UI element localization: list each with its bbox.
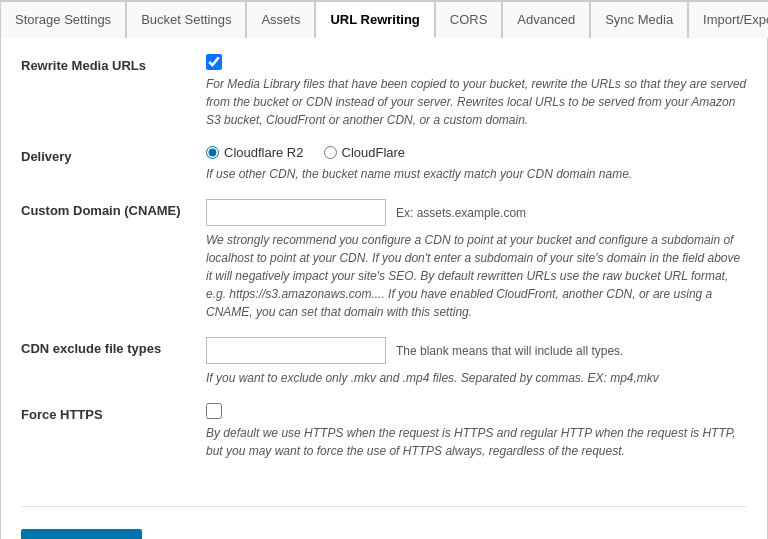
- tab-import-export[interactable]: Import/Export settings: [688, 1, 768, 38]
- force-https-label: Force HTTPS: [21, 403, 206, 422]
- force-https-content: By default we use HTTPS when the request…: [206, 403, 747, 460]
- cdn-exclude-row: CDN exclude file types The blank means t…: [21, 337, 747, 387]
- tab-cors[interactable]: CORS: [435, 1, 503, 38]
- cdn-exclude-description: If you want to exclude only .mkv and .mp…: [206, 369, 747, 387]
- delivery-radio-cloudflare-r2[interactable]: [206, 146, 219, 159]
- custom-domain-content: Ex: assets.example.com We strongly recom…: [206, 199, 747, 321]
- cdn-exclude-label: CDN exclude file types: [21, 337, 206, 356]
- force-https-checkbox[interactable]: [206, 403, 222, 419]
- cdn-exclude-input[interactable]: [206, 337, 386, 364]
- save-changes-button[interactable]: Save Changes: [21, 529, 142, 539]
- footer: Save Changes: [1, 492, 767, 539]
- tab-storage-settings[interactable]: Storage Settings: [1, 1, 126, 38]
- delivery-option-cloudflare-r2-label: Cloudflare R2: [224, 145, 304, 160]
- tab-advanced[interactable]: Advanced: [502, 1, 590, 38]
- force-https-checkbox-wrapper: [206, 403, 747, 419]
- delivery-description: If use other CDN, the bucket name must e…: [206, 165, 747, 183]
- force-https-row: Force HTTPS By default we use HTTPS when…: [21, 403, 747, 460]
- rewrite-media-urls-checkbox-wrapper: [206, 54, 747, 70]
- delivery-option-cloudflare-label: CloudFlare: [342, 145, 406, 160]
- cdn-exclude-content: The blank means that will include all ty…: [206, 337, 747, 387]
- settings-panel: Storage Settings Bucket Settings Assets …: [0, 0, 768, 539]
- custom-domain-input-row: Ex: assets.example.com: [206, 199, 747, 226]
- rewrite-media-urls-row: Rewrite Media URLs For Media Library fil…: [21, 54, 747, 129]
- rewrite-media-urls-label: Rewrite Media URLs: [21, 54, 206, 73]
- delivery-radio-group: Cloudflare R2 CloudFlare: [206, 145, 747, 160]
- delivery-content: Cloudflare R2 CloudFlare If use other CD…: [206, 145, 747, 183]
- rewrite-media-urls-checkbox[interactable]: [206, 54, 222, 70]
- force-https-description: By default we use HTTPS when the request…: [206, 424, 747, 460]
- rewrite-media-urls-content: For Media Library files that have been c…: [206, 54, 747, 129]
- tab-bucket-settings[interactable]: Bucket Settings: [126, 1, 246, 38]
- tab-content: Rewrite Media URLs For Media Library fil…: [1, 38, 767, 492]
- cdn-exclude-hint: The blank means that will include all ty…: [396, 344, 623, 358]
- custom-domain-input[interactable]: [206, 199, 386, 226]
- rewrite-media-urls-description: For Media Library files that have been c…: [206, 75, 747, 129]
- footer-divider: [21, 506, 747, 507]
- delivery-option-cloudflare[interactable]: CloudFlare: [324, 145, 406, 160]
- custom-domain-description: We strongly recommend you configure a CD…: [206, 231, 747, 321]
- tab-assets[interactable]: Assets: [246, 1, 315, 38]
- custom-domain-label: Custom Domain (CNAME): [21, 199, 206, 218]
- tab-url-rewriting[interactable]: URL Rewriting: [315, 1, 434, 38]
- tab-sync-media[interactable]: Sync Media: [590, 1, 688, 38]
- tabs-bar: Storage Settings Bucket Settings Assets …: [1, 1, 767, 38]
- delivery-option-cloudflare-r2[interactable]: Cloudflare R2: [206, 145, 304, 160]
- delivery-radio-cloudflare[interactable]: [324, 146, 337, 159]
- custom-domain-row: Custom Domain (CNAME) Ex: assets.example…: [21, 199, 747, 321]
- cdn-exclude-input-row: The blank means that will include all ty…: [206, 337, 747, 364]
- delivery-row: Delivery Cloudflare R2 CloudFlare If use…: [21, 145, 747, 183]
- delivery-label: Delivery: [21, 145, 206, 164]
- custom-domain-hint: Ex: assets.example.com: [396, 206, 526, 220]
